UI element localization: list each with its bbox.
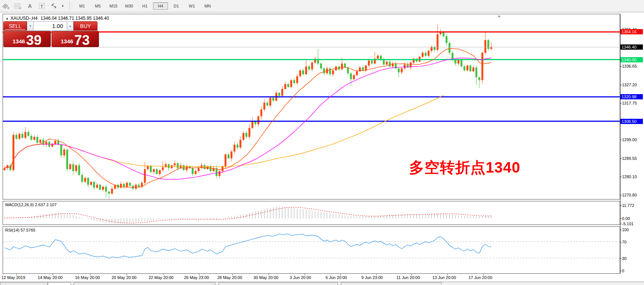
text-label-t-icon[interactable]: T [37,2,47,10]
price-tick-mark [620,158,622,159]
toolbar-separator [69,2,72,10]
ask-price-decimals: 73 [74,34,90,46]
time-tick-mark [16,274,17,275]
price-tick-label: 1299.00 [622,137,643,142]
price-badge-current-price: 1346.40 [620,44,643,50]
time-axis-label: 20 May 20:00 [112,275,137,280]
collapse-triangle-icon[interactable]: ▲ [6,17,9,20]
timeframe-button-m15[interactable]: M15 [106,2,121,10]
time-axis-label: 13 Jun 20:00 [432,275,456,280]
rsi-tick-label: 70 [622,240,643,244]
ohlc-values: 1346.04 1346.71 1345.95 1346.40 [41,16,109,21]
ask-quote-box[interactable]: 1346 73 [52,31,99,47]
window-tab[interactable] [0,282,48,285]
price-badge-support-line: 1308.50 [620,119,643,124]
macd-tick-mark [620,205,622,206]
svg-text:E: E [7,6,9,10]
timeframe-button-d1[interactable]: D1 [169,2,184,10]
price-badge-support-line: 1320.98 [620,94,643,99]
dropdown-caret-icon[interactable]: ▾ [61,2,65,10]
volume-input[interactable] [34,21,67,31]
sell-button[interactable]: SELL [3,21,27,31]
ask-price-integer: 1346 [61,38,73,44]
time-tick-mark [447,274,448,275]
macd-tick-mark [620,224,622,224]
macd-tick-label: 11.772 [622,203,643,208]
buy-button-label: BUY [80,23,91,29]
time-axis-label: 22 May 20:00 [149,275,174,280]
time-axis-label: 16 May 20:00 [75,275,100,280]
window-tab[interactable] [218,282,338,285]
buy-button[interactable]: BUY [74,21,97,31]
spin-down-icon: ▼ [29,25,32,27]
arrows-tool-icon[interactable] [49,2,59,10]
sell-button-label: SELL [9,23,21,29]
macd-panel[interactable]: MACD(12,26,9) 2.637 2.107 [3,201,620,225]
rsi-tick-label: 100 [622,227,643,232]
time-tick-mark [268,274,269,275]
rsi-tick-mark [620,258,622,259]
time-axis-label: 5 Jun 20:00 [326,275,347,280]
time-tick-mark [164,274,164,275]
time-axis-label: 14 May 20:00 [38,275,63,280]
price-chart-panel[interactable]: ▲XAUUSD-,H41346.04 1346.71 1345.95 1346.… [3,14,620,199]
mt4-terminal: E F A T ▾ M1M5M1 [0,0,644,285]
chart-annotation-text: 多空转折点1340 [409,157,520,178]
macd-plot-area[interactable] [3,201,620,224]
time-axis-label: 17 Jun 20:00 [469,275,492,280]
symbol-header: ▲XAUUSD-,H41346.04 1346.71 1345.95 1346.… [6,16,109,21]
time-tick-mark [127,274,127,275]
time-axis-label: 30 May 20:00 [253,275,279,280]
timeframe-button-w1[interactable]: W1 [184,2,199,10]
price-tick-mark [620,85,622,85]
time-tick-mark [53,274,53,275]
price-tick-label: 1289.55 [622,156,643,161]
timeframe-button-h4[interactable]: H4 [153,2,168,10]
window-tab-bar [0,282,644,285]
price-tick-mark [620,195,622,195]
window-tab[interactable] [341,282,442,285]
time-axis-label: 12 May 2019 [1,275,25,280]
price-badge-pivot-line: 1340.00 [620,57,643,62]
time-tick-mark [90,274,90,275]
price-tick-label: 1336.65 [622,64,643,68]
timeframe-button-mn[interactable]: MN [200,2,215,10]
timeframe-button-h1[interactable]: H1 [137,2,152,10]
timeframe-button-group: M1M5M15M30H1H4D1W1MN [74,2,215,10]
macd-tick-label: 0.00 [622,216,643,221]
rsi-panel[interactable]: RSI(14) 57.5765 [3,226,620,274]
fibonacci-f-icon[interactable]: F [13,2,23,10]
price-tick-label: 1280.10 [622,174,643,179]
line-studies-e-icon[interactable]: E [1,2,11,10]
symbol-name: XAUUSD-,H4 [10,16,38,21]
bid-quote-box[interactable]: 1346 39 [3,31,51,47]
volume-decrease-button[interactable]: ▼ [27,21,34,31]
macd-title: MACD(12,26,9) 2.637 2.107 [5,202,57,207]
price-tick-label: 1327.20 [622,83,643,87]
rsi-tick-mark [620,242,622,242]
rsi-tick-label: 0 [622,269,643,273]
time-tick-mark [199,274,199,275]
timeframe-button-m1[interactable]: M1 [75,2,90,10]
timeframe-button-m5[interactable]: M5 [90,2,105,10]
rsi-tick-mark [620,271,622,271]
chart-shift-marker[interactable] [498,15,501,17]
macd-tick-mark [620,219,622,219]
window-tab-active[interactable] [48,282,71,285]
rsi-title: RSI(14) 57.5765 [5,228,35,232]
price-tick-mark [620,103,622,103]
text-a-icon[interactable]: A [25,2,35,10]
time-tick-mark [483,274,484,275]
time-axis-label: 28 May 20:00 [217,275,242,280]
time-axis-label: 9 Jun 23:00 [361,275,383,280]
time-tick-mark [305,274,305,275]
time-axis-label: 26 May 23:00 [184,275,209,280]
price-badge-resistance-line: 1354.16 [620,29,643,34]
window-tab[interactable] [74,282,215,285]
volume-increase-button[interactable]: ▲ [67,21,74,31]
bid-price-decimals: 39 [26,34,41,46]
time-axis-label: 3 Jun 20:00 [290,275,311,280]
timeframe-button-m30[interactable]: M30 [122,2,137,10]
rsi-plot-area[interactable] [3,227,620,273]
svg-text:F: F [19,7,21,10]
